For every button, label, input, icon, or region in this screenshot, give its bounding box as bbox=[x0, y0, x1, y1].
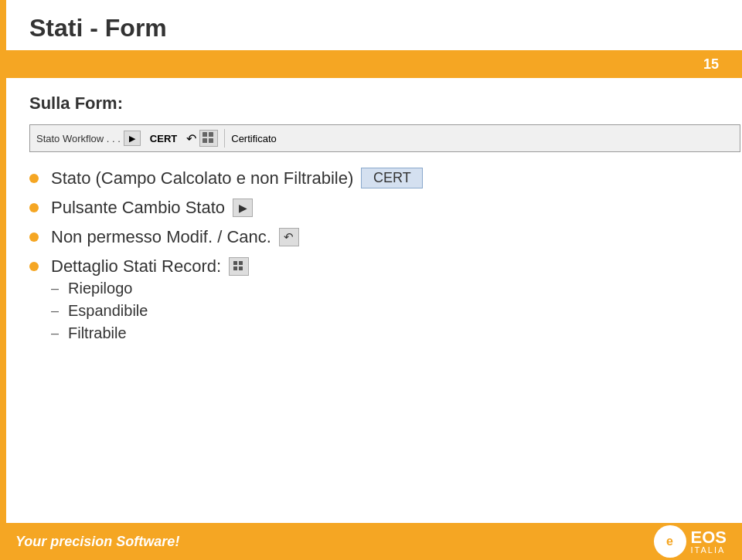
sub-item-espandibile: – Espandibile bbox=[51, 302, 148, 320]
toolbar-cert-value: CERT bbox=[144, 133, 183, 144]
toolbar-stato-text: Stato Workflow . . . bbox=[36, 133, 121, 144]
main-content: Sulla Form: Stato Workflow . . . ▶ CERT … bbox=[6, 78, 742, 372]
bullet-text-non-permesso: Non permesso Modif. / Canc. bbox=[51, 227, 271, 247]
undo-button-icon[interactable]: ↶ bbox=[279, 228, 299, 246]
bullet-dettaglio-row: Dettaglio Stati Record: bbox=[29, 256, 249, 277]
svg-rect-1 bbox=[209, 132, 213, 137]
sub-text-riepilogo: Riepilogo bbox=[68, 280, 132, 297]
bullet-dot-stato bbox=[29, 174, 39, 183]
slide-number: 15 bbox=[703, 56, 719, 73]
bullet-content-pulsante: Pulsante Cambio Stato ▶ bbox=[51, 198, 253, 218]
svg-rect-2 bbox=[203, 138, 207, 143]
sub-text-espandibile: Espandibile bbox=[68, 302, 148, 320]
bullet-text-pulsante: Pulsante Cambio Stato bbox=[51, 198, 225, 218]
orange-header-bar: 15 bbox=[6, 50, 742, 78]
bullet-content-non-permesso: Non permesso Modif. / Canc. ↶ bbox=[51, 227, 299, 247]
sub-text-filtrabile: Filtrabile bbox=[68, 324, 127, 342]
toolbar-undo-icon[interactable]: ↶ bbox=[186, 131, 196, 146]
bullet-list: Stato (Campo Calcolato e non Filtrabile)… bbox=[29, 168, 719, 347]
page-title-area: Stati - Form bbox=[6, 0, 742, 50]
page-title: Stati - Form bbox=[29, 14, 719, 42]
toolbar-mockup: Stato Workflow . . . ▶ CERT ↶ Certificat… bbox=[29, 124, 740, 152]
eos-logo: e EOS ITALIA bbox=[654, 525, 727, 558]
left-accent-bar bbox=[0, 0, 6, 560]
bullet-dot-dettaglio bbox=[29, 262, 39, 271]
bullet-text-dettaglio: Dettaglio Stati Record: bbox=[51, 256, 221, 277]
eos-text-block: EOS ITALIA bbox=[691, 529, 727, 555]
bullet-text-stato: Stato (Campo Calcolato e non Filtrabile) bbox=[51, 168, 353, 188]
bullet-dot-pulsante bbox=[29, 203, 39, 212]
bullet-item-non-permesso: Non permesso Modif. / Canc. ↶ bbox=[29, 227, 719, 247]
bullet-dot-non-permesso bbox=[29, 232, 39, 242]
svg-rect-4 bbox=[233, 261, 237, 265]
bullet-item-dettaglio: Dettaglio Stati Record: – Riepilogo bbox=[29, 256, 719, 347]
eos-sub-text: ITALIA bbox=[691, 546, 726, 555]
sub-item-filtrabile: – Filtrabile bbox=[51, 324, 148, 342]
toolbar-play-button[interactable]: ▶ bbox=[124, 131, 141, 146]
sub-item-riepilogo: – Riepilogo bbox=[51, 280, 148, 297]
tagline: Your precision Software! bbox=[15, 534, 179, 550]
eos-circle: e bbox=[654, 525, 686, 558]
dash-espandibile: – bbox=[51, 303, 59, 319]
eos-main-text: EOS bbox=[691, 529, 727, 546]
svg-rect-6 bbox=[233, 266, 237, 270]
sub-list-dettaglio: – Riepilogo – Espandibile – Filtrabile bbox=[51, 280, 148, 347]
grid-detail-icon[interactable] bbox=[229, 257, 249, 276]
toolbar-separator bbox=[224, 129, 225, 148]
bullet-item-stato: Stato (Campo Calcolato e non Filtrabile)… bbox=[29, 168, 719, 188]
dash-riepilogo: – bbox=[51, 280, 59, 297]
eos-circle-text: e bbox=[666, 535, 673, 548]
bullet-content-stato: Stato (Campo Calcolato e non Filtrabile)… bbox=[51, 168, 423, 188]
bottom-bar: Your precision Software! e EOS ITALIA bbox=[0, 523, 742, 560]
play-button-icon[interactable]: ▶ bbox=[233, 199, 253, 217]
cert-badge: CERT bbox=[361, 168, 423, 188]
dash-filtrabile: – bbox=[51, 325, 59, 341]
toolbar-grid-button[interactable] bbox=[199, 130, 218, 147]
toolbar-certificato-label: Certificato bbox=[231, 133, 277, 144]
bullet-item-pulsante: Pulsante Cambio Stato ▶ bbox=[29, 198, 719, 218]
svg-rect-0 bbox=[203, 132, 207, 137]
svg-rect-7 bbox=[239, 266, 243, 270]
bullet-content-dettaglio: Dettaglio Stati Record: bbox=[51, 256, 249, 277]
svg-rect-3 bbox=[209, 138, 213, 143]
section-label: Sulla Form: bbox=[29, 93, 719, 114]
svg-rect-5 bbox=[239, 261, 243, 265]
